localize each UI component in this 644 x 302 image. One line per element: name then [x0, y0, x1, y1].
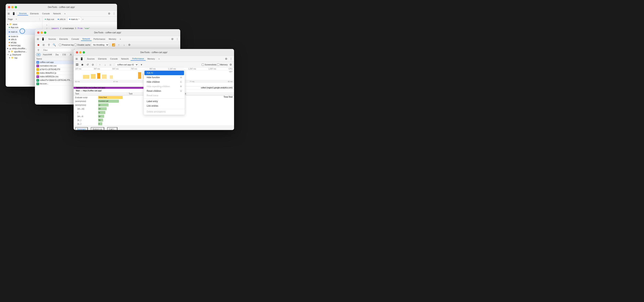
memory-checkbox[interactable]: Memory	[217, 63, 228, 66]
filter-toggle-icon[interactable]: ⚲	[46, 43, 51, 47]
by-block[interactable]: by	[98, 119, 103, 122]
editor-tab-utilsts[interactable]: ■ utils.ts	[56, 17, 67, 22]
disable-cache-input[interactable]	[74, 44, 77, 46]
maximize-button-2[interactable]	[44, 31, 46, 34]
perf-reload-icon[interactable]: ↺	[85, 62, 90, 67]
perf-upload-icon[interactable]: ↑	[98, 62, 102, 67]
call-tree-tab[interactable]: Call t...	[107, 127, 118, 130]
throttling-select[interactable]: No throttling	[91, 43, 109, 47]
tz-block[interactable]: tz	[98, 111, 105, 114]
disable-cache-checkbox[interactable]: Disable cache	[74, 44, 90, 46]
perf-settings-right-icon[interactable]: ⚙	[228, 62, 233, 67]
maximize-button-1[interactable]	[15, 6, 17, 8]
ctx-reset-children[interactable]: Reset children U	[144, 89, 185, 93]
close-button-1[interactable]	[8, 6, 10, 8]
type-doc-btn[interactable]: Doc	[54, 53, 60, 56]
type-fetch-btn[interactable]: Fetch/XHR	[42, 53, 54, 56]
tab-network[interactable]: Network	[52, 12, 62, 15]
perf-clear-icon[interactable]: ⊘	[90, 62, 95, 67]
e-block[interactable]: e	[98, 122, 102, 125]
yz-block[interactable]: yz	[98, 103, 108, 106]
wz-block[interactable]: wz	[98, 107, 107, 110]
summary-tab[interactable]: Summary	[75, 127, 88, 130]
bottom-up-tab[interactable]: Bottom-up	[91, 127, 104, 130]
ctx-link-entries[interactable]: Link entries	[144, 104, 185, 108]
net-device-icon[interactable]: 📱	[40, 37, 45, 41]
tab-net-performance[interactable]: Performance	[92, 37, 107, 41]
tab-net-elements[interactable]: Elements	[58, 37, 70, 41]
profile-chevron-icon[interactable]: ▾	[139, 62, 144, 67]
profile-select[interactable]: coffee-cart.app #2	[115, 63, 138, 67]
perf-device-icon[interactable]: 📱	[79, 56, 84, 61]
perf-settings-icon[interactable]: ⚙	[224, 56, 228, 61]
close-button-3[interactable]	[76, 51, 78, 53]
maximize-button-3[interactable]	[83, 51, 85, 53]
perf-screenshot-icon[interactable]: 🖼	[75, 62, 79, 67]
screenshots-checkbox[interactable]: Screenshots	[202, 63, 216, 66]
tab-net-console[interactable]: Console	[70, 37, 80, 41]
net-settings-icon[interactable]: ⚙	[170, 37, 174, 41]
perf-select-icon[interactable]: ⊞	[74, 56, 79, 61]
filter-icon[interactable]: ⚲	[36, 48, 40, 52]
upload-icon[interactable]: ↑	[117, 43, 121, 47]
filter-input[interactable]	[41, 48, 72, 52]
sidebar-more-icon[interactable]: ⋮	[38, 17, 41, 21]
memory-input[interactable]	[217, 63, 219, 66]
more-options-icon-1[interactable]: ⋮	[112, 11, 116, 16]
close-tab-icon[interactable]: ×	[78, 18, 80, 20]
tab-perf-memory[interactable]: Memory	[146, 57, 156, 60]
tab-perf-performance[interactable]: Performance	[130, 57, 146, 61]
tree-item-store[interactable]: ▶ 📁 store	[6, 23, 42, 26]
more-tabs-icon[interactable]: »	[63, 11, 67, 16]
minimize-button-1[interactable]	[11, 6, 14, 8]
minimize-button-3[interactable]	[79, 51, 82, 53]
tab-perf-sources[interactable]: Sources	[86, 57, 96, 60]
tab-net-network[interactable]: Network	[81, 37, 92, 41]
editor-tab-maints[interactable]: ■ main.ts ×	[68, 17, 81, 22]
screenshots-input[interactable]	[202, 63, 204, 66]
flame-bars-a2[interactable]: e	[98, 122, 234, 126]
download-icon[interactable]: ↓	[122, 43, 126, 47]
flame-bars-ans[interactable]: gy	[98, 114, 234, 118]
ctx-label-entry[interactable]: Label entry	[144, 99, 185, 104]
preserve-log-input[interactable]	[59, 44, 61, 46]
net-select-icon[interactable]: ⊞	[36, 37, 40, 41]
function-call-block[interactable]: Function call	[98, 100, 119, 103]
preserve-log-checkbox[interactable]: Preserve log	[59, 44, 74, 46]
tab-elements[interactable]: Elements	[28, 12, 40, 15]
search-icon[interactable]: 🔍	[52, 43, 56, 47]
ctx-hide-children[interactable]: Hide children C	[144, 80, 185, 84]
clear-icon[interactable]: ⊘	[41, 43, 46, 47]
ctx-hide-function[interactable]: Hide function H	[144, 75, 185, 80]
timer-fired-block[interactable]: Timer fired	[98, 96, 123, 99]
tab-perf-elements[interactable]: Elements	[96, 57, 108, 60]
gy-block[interactable]: gy	[98, 115, 104, 118]
filesystem-tab[interactable]: »	[15, 18, 18, 20]
perf-download-icon[interactable]: ↓	[103, 62, 108, 67]
ctx-ask-ai[interactable]: Ask AI	[144, 71, 184, 75]
net-settings-right-icon[interactable]: ⚙	[127, 43, 132, 47]
close-button-2[interactable]	[37, 31, 40, 34]
wifi-icon[interactable]: 📶	[111, 43, 116, 47]
type-all-btn[interactable]: All	[36, 53, 41, 56]
tab-net-memory[interactable]: Memory	[107, 37, 118, 41]
editor-tab-appvue[interactable]: ■ App.vue	[43, 17, 56, 22]
settings-icon-1[interactable]: ⚙	[107, 11, 111, 16]
minimize-button-2[interactable]	[40, 31, 43, 34]
tab-perf-console[interactable]: Console	[108, 57, 119, 60]
net-more-options-icon[interactable]: ⋮	[175, 37, 180, 41]
type-css-btn[interactable]: CSS	[61, 53, 68, 56]
type-js-btn[interactable]: JS	[68, 53, 73, 56]
perf-more-tabs-icon[interactable]: »	[157, 56, 162, 61]
tree-item-appvue[interactable]: ■ App.vue	[6, 26, 42, 29]
perf-home-icon[interactable]: ⌂	[108, 62, 113, 67]
tab-perf-network[interactable]: Network	[120, 57, 130, 60]
tab-net-sources[interactable]: Sources	[47, 37, 58, 41]
device-icon[interactable]: 📱	[11, 11, 16, 16]
tab-console[interactable]: Console	[40, 12, 51, 15]
net-more-tabs-icon[interactable]: »	[118, 37, 123, 41]
more-editor-tabs-icon[interactable]: »	[82, 18, 84, 20]
perf-more-options-icon[interactable]: ⋮	[229, 56, 233, 61]
page-tab[interactable]: Page	[7, 18, 14, 21]
perf-record-icon[interactable]: ⏺	[80, 62, 84, 67]
